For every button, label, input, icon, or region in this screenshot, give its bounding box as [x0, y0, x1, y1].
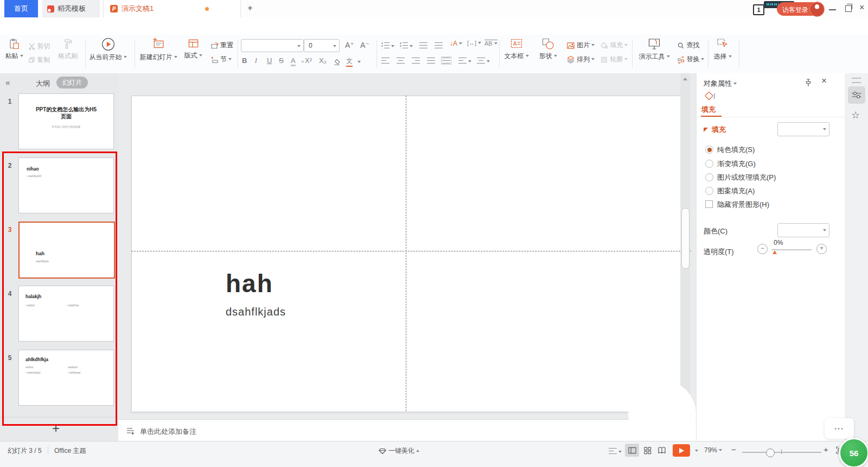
- panel-title[interactable]: 对象属性: [704, 79, 737, 89]
- format-painter-button[interactable]: 格式刷: [54, 38, 81, 61]
- font-name-select[interactable]: [241, 39, 304, 52]
- section-expand-icon[interactable]: [704, 128, 708, 132]
- smart-beautify-dock-button[interactable]: ☆: [851, 109, 860, 121]
- align-right-button[interactable]: [412, 56, 420, 66]
- color-select[interactable]: [777, 223, 829, 237]
- theme-name[interactable]: Office 主题: [54, 446, 86, 456]
- slideshow-play-button[interactable]: [673, 444, 690, 457]
- reset-button[interactable]: 重置: [210, 41, 233, 50]
- clear-format-button[interactable]: [333, 57, 341, 67]
- slide-thumbnail-1[interactable]: PPT的文档怎么输出为H5页面 单击输入您的封面副标题: [18, 93, 114, 149]
- notification-badge[interactable]: 56: [839, 438, 868, 467]
- superscript-button[interactable]: X²: [305, 56, 312, 65]
- zoom-slider-track[interactable]: [742, 452, 821, 453]
- transparency-increase-button[interactable]: +: [816, 244, 827, 254]
- justify-button[interactable]: [427, 56, 435, 66]
- line-spacing-button[interactable]: [458, 56, 471, 66]
- more-actions-card[interactable]: •••: [825, 418, 854, 439]
- radio-gradient-fill-label[interactable]: 渐变填充(G): [717, 159, 756, 169]
- fill-bucket-icon[interactable]: [703, 90, 718, 104]
- notes-toggle-button[interactable]: [609, 448, 622, 456]
- zoom-in-button[interactable]: +: [824, 445, 828, 454]
- radio-picture-fill-label[interactable]: 图片或纹理填充(P): [717, 173, 776, 182]
- radio-gradient-fill[interactable]: [705, 160, 713, 168]
- fill-button[interactable]: 填充: [600, 41, 628, 50]
- transparency-slider-track[interactable]: [771, 249, 812, 250]
- layout-button[interactable]: 版式: [180, 38, 206, 60]
- arrange-button[interactable]: 排列: [566, 55, 595, 64]
- bold-button[interactable]: B: [242, 56, 247, 65]
- new-slide-button[interactable]: 新建幻灯片: [137, 37, 180, 62]
- pin-icon[interactable]: [804, 78, 813, 87]
- transparency-decrease-button[interactable]: −: [757, 244, 768, 254]
- phonetic-guide-button[interactable]: 文: [346, 56, 353, 67]
- underline-button[interactable]: U: [267, 56, 272, 65]
- font-color-button[interactable]: A: [291, 56, 296, 66]
- radio-picture-fill[interactable]: [705, 173, 713, 181]
- scroll-up-arrow[interactable]: [683, 78, 687, 80]
- collapse-panel-button[interactable]: «: [5, 78, 10, 87]
- one-click-beautify-button[interactable]: 一键美化: [379, 446, 419, 456]
- decrease-font-button[interactable]: A⁻: [360, 41, 369, 49]
- slide-body-text[interactable]: dsahflkjads: [226, 306, 286, 318]
- paste-button[interactable]: 粘贴: [2, 38, 26, 61]
- find-button[interactable]: 查找: [677, 41, 699, 50]
- font-size-select[interactable]: 0: [304, 39, 340, 52]
- textbox-button[interactable]: A 文本框: [502, 37, 531, 61]
- panel-tab-fill[interactable]: 填充: [701, 105, 716, 115]
- copy-button[interactable]: 复制: [28, 55, 50, 65]
- slide-canvas[interactable]: hah dsahflkjads: [118, 73, 696, 419]
- subscript-button[interactable]: X₂: [319, 56, 327, 65]
- distribute-button[interactable]: [442, 56, 450, 66]
- align-left-button[interactable]: [381, 56, 390, 66]
- increase-indent-button[interactable]: [435, 41, 443, 51]
- presentation-tools-button[interactable]: 演示工具: [635, 37, 674, 61]
- select-button[interactable]: 选择: [710, 37, 736, 61]
- slide-thumbnail-2[interactable]: nihao • dsahfkjdshf: [18, 157, 114, 213]
- play-from-current-button[interactable]: 从当前开始: [88, 37, 128, 62]
- zoom-level[interactable]: 79%: [704, 446, 722, 454]
- replace-button[interactable]: 替换: [677, 55, 704, 64]
- italic-button[interactable]: I: [255, 56, 257, 65]
- minimize-button[interactable]: [829, 9, 836, 10]
- increase-font-button[interactable]: A⁺: [345, 41, 354, 49]
- tab-outline[interactable]: 大纲: [36, 79, 50, 89]
- vertical-guide[interactable]: [406, 96, 406, 411]
- horizontal-guide[interactable]: [131, 251, 691, 251]
- close-panel-icon[interactable]: ×: [821, 75, 827, 86]
- vertical-align-button[interactable]: [477, 56, 490, 66]
- close-button[interactable]: ×: [859, 3, 864, 12]
- template-tab[interactable]: 稻壳模板: [42, 0, 99, 17]
- slide-title-text[interactable]: hah: [226, 269, 273, 298]
- radio-pattern-fill[interactable]: [705, 187, 713, 195]
- hide-background-checkbox[interactable]: [705, 200, 713, 208]
- align-center-button[interactable]: [397, 56, 405, 66]
- section-button[interactable]: 节: [210, 55, 232, 64]
- add-slide-button[interactable]: +: [52, 421, 60, 436]
- radio-pattern-fill-label[interactable]: 图案填充(A): [717, 186, 755, 196]
- normal-view-button[interactable]: [625, 444, 639, 457]
- picture-button[interactable]: 图片: [566, 41, 595, 50]
- new-tab-button[interactable]: +: [247, 3, 253, 14]
- decrease-indent-button[interactable]: [419, 41, 427, 51]
- properties-dock-button[interactable]: [848, 86, 865, 104]
- outline-button[interactable]: 轮廓: [600, 55, 628, 64]
- play-options-caret[interactable]: [695, 450, 698, 452]
- char-spacing-button[interactable]: [↔]: [467, 40, 481, 46]
- hide-background-label[interactable]: 隐藏背景图形(H): [717, 200, 769, 210]
- slide-thumbnail-5[interactable]: ahlkdhfkja asdfsd • dsahdsakjd asdkjfsd …: [18, 350, 114, 406]
- overline-ab-button[interactable]: AB: [484, 40, 497, 47]
- cut-button[interactable]: 剪切: [28, 42, 50, 51]
- slide-sorter-view-button[interactable]: [643, 446, 652, 455]
- canvas-scrollbar-thumb[interactable]: [681, 208, 690, 269]
- document-tab[interactable]: P 演示文稿1: [103, 0, 241, 17]
- notes-bar[interactable]: 单击此处添加备注: [118, 419, 696, 441]
- transparency-slider-handle[interactable]: [773, 250, 777, 254]
- slide-editing-area[interactable]: [131, 96, 681, 412]
- slide-thumbnail-4[interactable]: halakjh • asdjsd • dsajhdsa: [18, 286, 114, 342]
- radio-solid-fill[interactable]: [705, 146, 713, 154]
- numbered-list-button[interactable]: [400, 41, 413, 51]
- slide-thumbnail-3[interactable]: hah dsahflkjads: [18, 222, 115, 279]
- window-count-badge[interactable]: 1: [753, 4, 764, 15]
- radio-solid-fill-label[interactable]: 纯色填充(S): [717, 145, 755, 155]
